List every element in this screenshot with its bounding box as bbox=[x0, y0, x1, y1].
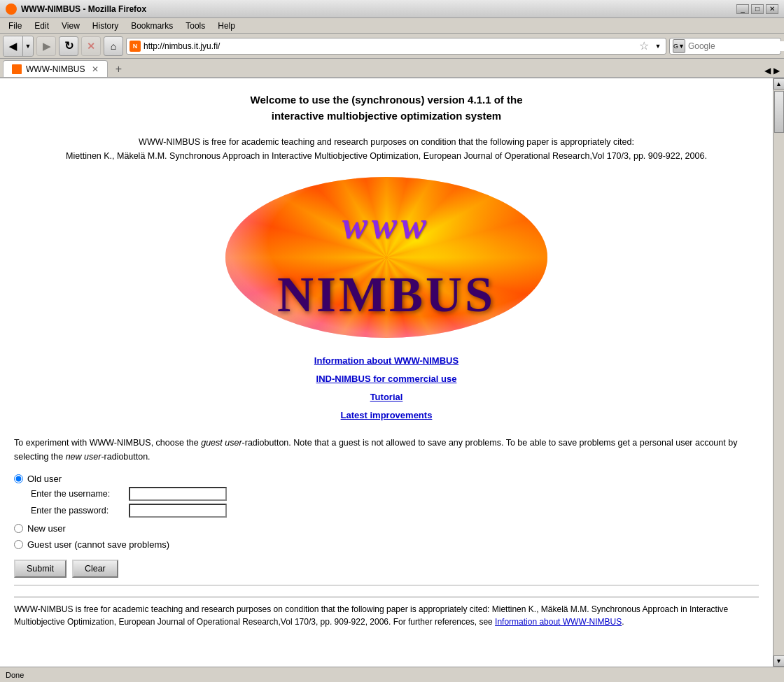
search-engine-button[interactable]: G▼ bbox=[673, 39, 685, 53]
scrollbar-up-button[interactable]: ▲ bbox=[774, 78, 785, 90]
password-label: Enter the password: bbox=[31, 506, 129, 516]
status-bar: Done bbox=[0, 667, 784, 682]
menu-edit[interactable]: Edit bbox=[29, 20, 55, 32]
new-user-radio-label[interactable]: New user bbox=[14, 523, 759, 534]
guest-user-radio-label[interactable]: Guest user (cannot save problems) bbox=[14, 539, 759, 550]
search-input[interactable] bbox=[688, 41, 784, 51]
bookmark-star-button[interactable]: ☆ bbox=[638, 39, 650, 52]
old-user-group: Old user Enter the username: Enter the p… bbox=[14, 474, 759, 518]
active-tab[interactable]: WWW-NIMBUS ✕ bbox=[3, 60, 108, 77]
button-row: Submit Clear bbox=[14, 560, 759, 578]
username-row: Enter the username: bbox=[31, 487, 759, 501]
menu-tools[interactable]: Tools bbox=[180, 20, 211, 32]
guest-user-group: Guest user (cannot save problems) bbox=[14, 539, 759, 550]
reload-button[interactable]: ↻ bbox=[59, 36, 78, 56]
password-input[interactable] bbox=[129, 504, 227, 518]
scrollbar-down-button[interactable]: ▼ bbox=[774, 655, 785, 667]
back-dropdown-button[interactable]: ▼ bbox=[23, 36, 33, 56]
vertical-scrollbar[interactable]: ▲ ▼ bbox=[773, 78, 784, 667]
tab-favicon bbox=[12, 64, 22, 74]
menu-view[interactable]: View bbox=[56, 20, 85, 32]
ind-nimbus-link[interactable]: IND-NIMBUS for commercial use bbox=[14, 370, 759, 388]
home-button[interactable]: ⌂ bbox=[104, 36, 123, 56]
tutorial-link[interactable]: Tutorial bbox=[14, 388, 759, 406]
new-user-group: New user bbox=[14, 523, 759, 534]
maximize-button[interactable]: □ bbox=[751, 4, 764, 14]
new-user-radio[interactable] bbox=[14, 524, 23, 533]
forward-button[interactable]: ▶ bbox=[36, 36, 56, 56]
menu-bar: File Edit View History Bookmarks Tools H… bbox=[0, 18, 784, 34]
firefox-icon bbox=[6, 3, 17, 15]
old-user-radio-label[interactable]: Old user bbox=[14, 474, 759, 484]
clear-button[interactable]: Clear bbox=[72, 560, 118, 578]
back-button[interactable]: ◀ bbox=[4, 36, 23, 56]
submit-button[interactable]: Submit bbox=[14, 560, 66, 578]
window-controls[interactable]: _ □ ✕ bbox=[736, 4, 778, 14]
menu-history[interactable]: History bbox=[87, 20, 124, 32]
new-tab-button[interactable]: + bbox=[111, 62, 126, 77]
site-icon: N bbox=[130, 41, 141, 52]
logo-www-text: www bbox=[342, 204, 430, 247]
old-user-radio[interactable] bbox=[14, 474, 23, 483]
scrollbar-track[interactable] bbox=[774, 90, 784, 655]
login-form: Old user Enter the username: Enter the p… bbox=[14, 474, 759, 578]
tab-close-button[interactable]: ✕ bbox=[92, 64, 99, 74]
tab-scroll-right-button[interactable]: ▶ bbox=[772, 64, 781, 77]
title-bar: WWW-NIMBUS - Mozilla Firefox _ □ ✕ bbox=[0, 0, 784, 18]
nav-bar: ◀ ▼ ▶ ↻ ✕ ⌂ N ☆ ▼ G▼ 🔍 bbox=[0, 34, 784, 59]
intro-text: To experiment with WWW-NIMBUS, choose th… bbox=[14, 436, 759, 464]
guest-user-radio[interactable] bbox=[14, 540, 23, 549]
menu-bookmarks[interactable]: Bookmarks bbox=[125, 20, 178, 32]
footer-text: WWW-NIMBUS is free for academic teaching… bbox=[14, 597, 759, 628]
tab-label: WWW-NIMBUS bbox=[26, 64, 85, 74]
window-title: WWW-NIMBUS - Mozilla Firefox bbox=[21, 4, 146, 14]
logo-nimbus-text: NIMBUS bbox=[277, 266, 496, 324]
scrollbar-thumb[interactable] bbox=[774, 91, 784, 133]
search-container[interactable]: G▼ 🔍 bbox=[669, 38, 781, 55]
username-label: Enter the username: bbox=[31, 489, 129, 499]
url-bar-container[interactable]: N ☆ ▼ bbox=[126, 38, 666, 55]
username-input[interactable] bbox=[129, 487, 227, 501]
url-dropdown-button[interactable]: ▼ bbox=[653, 40, 663, 52]
url-input[interactable] bbox=[144, 41, 635, 51]
footer-info-link[interactable]: Information about WWW-NIMBUS bbox=[495, 617, 622, 627]
info-link[interactable]: Information about WWW-NIMBUS bbox=[14, 352, 759, 370]
page-divider bbox=[14, 585, 759, 585]
close-button[interactable]: ✕ bbox=[766, 4, 778, 14]
stop-button[interactable]: ✕ bbox=[81, 36, 101, 56]
links-section: Information about WWW-NIMBUS IND-NIMBUS … bbox=[14, 352, 759, 425]
browser-content-area: Welcome to use the (synchronous) version… bbox=[0, 78, 784, 667]
menu-help[interactable]: Help bbox=[212, 20, 241, 32]
improvements-link[interactable]: Latest improvements bbox=[14, 406, 759, 425]
nimbus-logo: www NIMBUS bbox=[225, 177, 547, 338]
tab-scroll-left-button[interactable]: ◀ bbox=[763, 64, 772, 77]
menu-file[interactable]: File bbox=[3, 20, 27, 32]
tab-bar: WWW-NIMBUS ✕ + ◀ ▶ bbox=[0, 59, 784, 78]
nav-back-forward-group[interactable]: ◀ ▼ bbox=[3, 36, 34, 57]
minimize-button[interactable]: _ bbox=[736, 4, 749, 14]
password-row: Enter the password: bbox=[31, 504, 759, 518]
logo-container: www NIMBUS bbox=[14, 177, 759, 338]
page-title: Welcome to use the (synchronous) version… bbox=[14, 92, 759, 124]
page-content: Welcome to use the (synchronous) version… bbox=[0, 78, 773, 667]
status-text: Done bbox=[6, 671, 24, 679]
citation-text: WWW-NIMBUS is free for academic teaching… bbox=[14, 135, 759, 163]
